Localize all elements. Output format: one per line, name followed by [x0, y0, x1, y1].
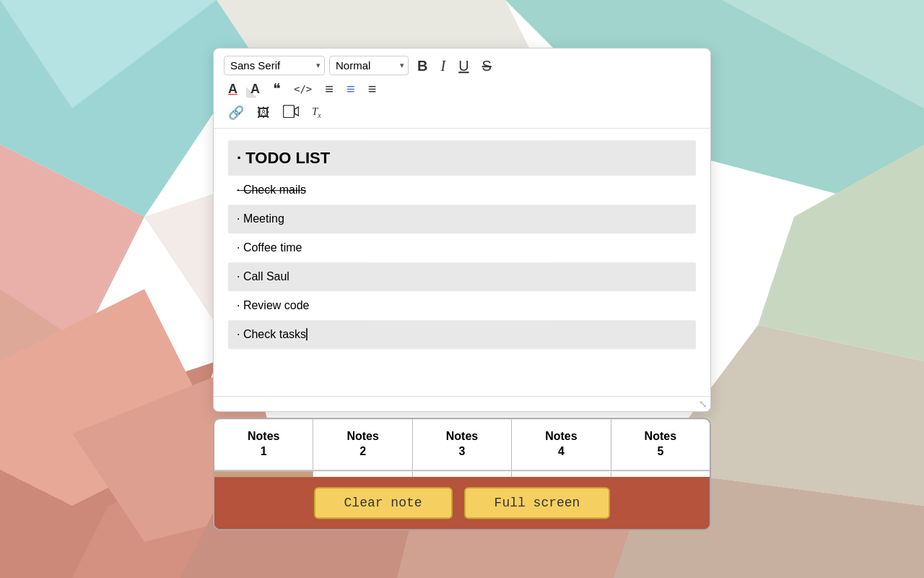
notes-tab-3[interactable]: Notes3: [413, 419, 512, 470]
ordered-list-button[interactable]: ≡: [321, 79, 338, 98]
tab-bottom-3: [413, 471, 512, 477]
underline-button[interactable]: U: [454, 56, 473, 75]
todo-row-5: · Review code: [228, 291, 696, 320]
clear-format-button[interactable]: Tx: [308, 104, 326, 121]
italic-button[interactable]: I: [436, 56, 450, 75]
image-button[interactable]: 🖼: [253, 104, 274, 121]
tab-bottom-2: [313, 471, 412, 477]
notes-tabs: Notes1 Notes2 Notes3 Notes4 Notes5: [214, 419, 710, 471]
unordered-list-button[interactable]: ≡: [342, 79, 359, 98]
notes-tab-1[interactable]: Notes1: [214, 419, 313, 470]
cursor: [306, 328, 310, 340]
tab-bottom-1: [214, 471, 313, 477]
toolbar-row-1: Sans Serif Normal B I U S: [224, 56, 700, 75]
todo-item-2: · Meeting: [237, 212, 284, 225]
todo-item-6: · Check tasks: [237, 328, 306, 340]
app-container: Sans Serif Normal B I U S A A ❝ </>: [213, 48, 711, 530]
notes-tab-5[interactable]: Notes5: [611, 419, 710, 470]
text-color-button[interactable]: A: [224, 80, 242, 98]
editor-body[interactable]: · TODO LIST · Check mails · Meeting · Co…: [214, 129, 710, 396]
font-family-wrapper[interactable]: Sans Serif: [224, 56, 325, 75]
todo-row-6: · Check tasks: [228, 320, 696, 349]
quote-button[interactable]: ❝: [269, 79, 285, 98]
font-style-select[interactable]: Normal: [329, 56, 409, 75]
highlight-button[interactable]: A: [246, 80, 264, 98]
font-family-select[interactable]: Sans Serif: [224, 56, 325, 75]
todo-item-1: · Check mails: [237, 184, 306, 196]
toolbar-row-2: A A ❝ </> ≡ ≡ ≡: [224, 79, 700, 98]
resize-icon: ⤡: [699, 398, 707, 410]
code-button[interactable]: </>: [289, 82, 316, 96]
toolbar: Sans Serif Normal B I U S A A ❝ </>: [214, 48, 710, 129]
notes-tab-4[interactable]: Notes4: [512, 419, 611, 470]
action-buttons-row: Clear note Full screen: [214, 477, 710, 529]
resize-handle[interactable]: ⤡: [214, 396, 710, 411]
strikethrough-button[interactable]: S: [478, 56, 496, 75]
tab-bottom-5: [611, 471, 710, 477]
todo-row-4: · Call Saul: [228, 262, 696, 291]
bold-button[interactable]: B: [413, 56, 432, 75]
notes-tabs-panel: Notes1 Notes2 Notes3 Notes4 Notes5: [214, 419, 710, 477]
todo-row-1: · Check mails: [228, 176, 696, 204]
notes-tab-2[interactable]: Notes2: [313, 419, 412, 470]
tab-bottom-4: [512, 471, 611, 477]
editor-panel: Sans Serif Normal B I U S A A ❝ </>: [213, 48, 711, 412]
todo-item-4: · Call Saul: [237, 270, 289, 282]
clear-note-button[interactable]: Clear note: [314, 487, 453, 519]
video-button[interactable]: [279, 103, 303, 122]
todo-item-3: · Coffee time: [237, 241, 302, 254]
todo-title-row: · TODO LIST: [228, 140, 696, 176]
align-button[interactable]: ≡: [364, 79, 381, 98]
font-style-wrapper[interactable]: Normal: [329, 56, 409, 75]
link-button[interactable]: 🔗: [224, 104, 248, 121]
notes-tabs-bottom-bar: [214, 471, 710, 477]
svg-rect-17: [284, 105, 295, 118]
todo-row-2: · Meeting: [228, 204, 696, 233]
todo-title-text: · TODO LIST: [237, 149, 330, 167]
full-screen-button[interactable]: Full screen: [464, 487, 611, 519]
todo-row-3: · Coffee time: [228, 233, 696, 262]
toolbar-row-3: 🔗 🖼 Tx: [224, 103, 700, 122]
todo-item-5: · Review code: [237, 299, 310, 311]
bottom-container: Notes1 Notes2 Notes3 Notes4 Notes5 Clear…: [213, 418, 711, 530]
